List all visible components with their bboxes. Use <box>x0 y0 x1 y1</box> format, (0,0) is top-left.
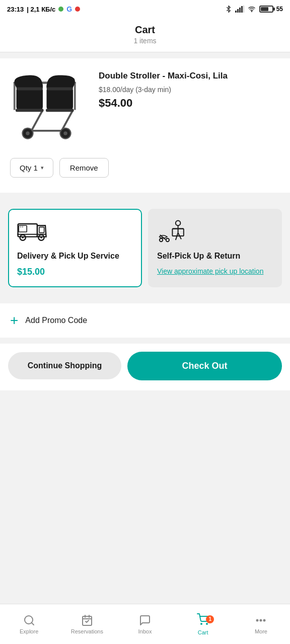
nav-explore-label: Explore <box>20 628 38 634</box>
nav-inbox[interactable]: Inbox <box>116 610 174 638</box>
cart-item-info: Double Stroller - Maxi-Cosi, Lila $18.00… <box>99 68 280 110</box>
remove-button[interactable]: Remove <box>59 158 109 178</box>
svg-point-51 <box>260 619 262 621</box>
status-time: 23:13 <box>7 6 24 13</box>
svg-rect-0 <box>235 11 237 13</box>
cart-item-controls: Qty 1 ▾ Remove <box>10 158 280 178</box>
svg-rect-8 <box>47 88 74 110</box>
svg-rect-4 <box>243 6 244 13</box>
svg-point-41 <box>166 238 169 242</box>
svg-rect-2 <box>239 8 241 13</box>
cart-item: Double Stroller - Maxi-Cosi, Lila $18.00… <box>10 68 280 144</box>
stroller-svg <box>13 71 88 141</box>
svg-line-11 <box>62 110 74 131</box>
svg-point-33 <box>176 221 181 226</box>
google-icon: G <box>66 5 72 13</box>
self-pickup-icon <box>157 219 189 243</box>
svg-point-49 <box>206 623 207 624</box>
svg-rect-44 <box>83 616 92 625</box>
qty-selector[interactable]: Qty 1 ▾ <box>10 158 53 178</box>
delivery-service-price: $15.00 <box>17 267 133 277</box>
delivery-truck-icon <box>17 219 49 243</box>
svg-rect-3 <box>241 6 243 13</box>
nav-reservations[interactable]: Reservations <box>58 610 116 638</box>
nav-inbox-label: Inbox <box>138 628 152 634</box>
nav-cart[interactable]: 1 Cart <box>174 609 232 639</box>
self-pickup-link[interactable]: View approximate pick up location <box>157 267 273 277</box>
svg-rect-25 <box>22 225 23 228</box>
service-section: Delivery & Pick Up Service $15.00 <box>0 199 290 297</box>
svg-point-5 <box>251 11 252 12</box>
nav-explore[interactable]: Explore <box>0 610 58 638</box>
bottom-actions: Continue Shopping Check Out <box>0 344 290 390</box>
svg-point-50 <box>257 619 258 621</box>
cart-subtitle: 1 items <box>0 37 290 45</box>
status-dot-red <box>75 7 80 12</box>
status-bar: 23:13 | 2,1 КБ/с G <box>0 0 290 18</box>
self-pickup-service-card[interactable]: Self-Pick Up & Return View approximate p… <box>148 209 282 287</box>
delivery-service-card[interactable]: Delivery & Pick Up Service $15.00 <box>8 209 142 287</box>
svg-rect-24 <box>20 225 21 228</box>
svg-point-17 <box>26 131 30 135</box>
svg-rect-21 <box>46 109 74 112</box>
status-network: | 2,1 КБ/с <box>27 6 55 13</box>
cart-badge: 1 <box>206 615 214 623</box>
nav-reservations-label: Reservations <box>71 628 103 634</box>
battery-level: 55 <box>276 6 283 13</box>
item-total-price: $54.00 <box>99 97 280 110</box>
cart-header: Cart 1 items <box>0 18 290 52</box>
wifi-icon <box>247 6 256 13</box>
calendar-check-icon <box>81 614 93 626</box>
cart-items-section: Double Stroller - Maxi-Cosi, Lila $18.00… <box>0 58 290 193</box>
svg-point-31 <box>40 237 42 238</box>
svg-line-10 <box>32 110 43 131</box>
svg-rect-20 <box>16 109 44 112</box>
nav-cart-label: Cart <box>198 629 208 635</box>
status-dot-green <box>58 7 63 12</box>
battery-icon <box>259 6 273 13</box>
signal-icon <box>235 6 244 13</box>
self-pickup-service-name: Self-Pick Up & Return <box>157 251 273 262</box>
qty-label: Qty 1 <box>20 164 38 172</box>
status-right: 55 <box>225 6 283 13</box>
svg-point-48 <box>201 623 202 624</box>
cart-title: Cart <box>0 24 290 36</box>
nav-more-label: More <box>255 628 267 634</box>
svg-rect-1 <box>237 9 239 13</box>
svg-point-19 <box>63 131 67 135</box>
chevron-down-icon: ▾ <box>41 165 44 171</box>
svg-point-40 <box>160 238 163 242</box>
checkout-button[interactable]: Check Out <box>127 352 282 380</box>
promo-section[interactable]: + Add Promo Code <box>0 303 290 338</box>
item-price-per-day: $18.00/day (3-day min) <box>99 86 280 94</box>
service-cards: Delivery & Pick Up Service $15.00 <box>8 209 282 287</box>
promo-plus-icon: + <box>10 313 18 328</box>
svg-line-43 <box>31 622 33 624</box>
continue-shopping-button[interactable]: Continue Shopping <box>8 352 121 379</box>
svg-rect-27 <box>39 227 44 232</box>
svg-point-52 <box>264 619 265 621</box>
svg-point-29 <box>22 237 24 238</box>
nav-more[interactable]: More <box>232 610 290 638</box>
bluetooth-icon <box>225 6 232 13</box>
delivery-service-name: Delivery & Pick Up Service <box>17 251 133 262</box>
more-horizontal-icon <box>255 614 267 626</box>
search-icon <box>23 614 35 626</box>
promo-label: Add Promo Code <box>25 316 87 325</box>
bottom-nav: Explore Reservations Inbox 1 Cart More <box>0 604 290 644</box>
item-name: Double Stroller - Maxi-Cosi, Lila <box>99 70 280 82</box>
svg-rect-6 <box>17 88 43 110</box>
cart-item-image <box>10 68 91 144</box>
status-left: 23:13 | 2,1 КБ/с G <box>7 5 80 13</box>
message-circle-icon <box>139 614 151 626</box>
